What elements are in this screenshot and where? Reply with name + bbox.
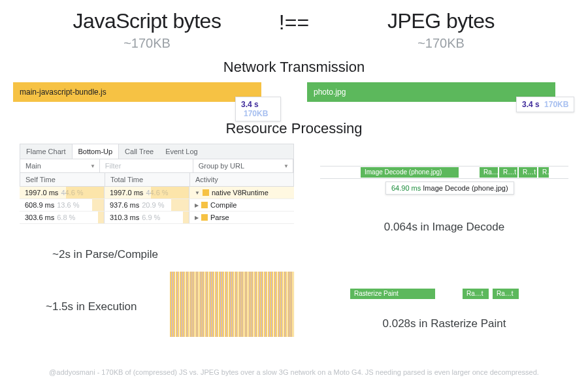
table-row[interactable]: 1997.0 ms44.6 %1997.0 ms44.6 %▼native V8… bbox=[20, 187, 294, 199]
thread-select[interactable]: Main bbox=[20, 159, 100, 172]
tab-bottom-up[interactable]: Bottom-Up bbox=[72, 144, 120, 159]
decode-chip-small-2: R…t bbox=[499, 167, 517, 178]
processing-section-title: Resource Processing bbox=[0, 120, 588, 137]
total-time-cell: 310.3 ms6.9 % bbox=[105, 212, 189, 223]
col-self-time[interactable]: Self Time bbox=[20, 173, 105, 186]
jpeg-size: ~170KB bbox=[317, 36, 565, 51]
table-headers: Self Time Total Time Activity bbox=[20, 173, 294, 187]
decode-tooltip: 64.90 ms Image Decode (phone.jpg) bbox=[385, 182, 514, 195]
devtools-controls: Main Filter Group by URL bbox=[20, 159, 294, 173]
bottom-row-1: ~2s in Parse/Compile bbox=[0, 236, 588, 261]
js-network-bar-wrap: main-javascript-bundle.js 3.4 s 170KB bbox=[13, 82, 281, 102]
self-time-cell: 608.9 ms13.6 % bbox=[20, 199, 105, 211]
table-row[interactable]: 608.9 ms13.6 %937.6 ms20.9 %▶Compile bbox=[20, 199, 294, 212]
activity-cell: ▶Compile bbox=[189, 199, 294, 211]
js-column-header: JavaScript bytes ~170KB bbox=[23, 9, 271, 51]
js-size: ~170KB bbox=[23, 36, 271, 51]
network-bars: main-javascript-bundle.js 3.4 s 170KB ph… bbox=[0, 82, 588, 102]
raster-chip-small-2: Ra…t bbox=[493, 289, 519, 299]
js-title: JavaScript bytes bbox=[23, 9, 271, 33]
tab-event-log[interactable]: Event Log bbox=[159, 144, 204, 159]
col-activity[interactable]: Activity bbox=[190, 173, 293, 186]
raster-summary: 0.028s in Rasterize Paint bbox=[320, 317, 568, 330]
category-color-icon bbox=[201, 214, 208, 221]
self-time-cell: 303.6 ms6.8 % bbox=[20, 212, 105, 223]
js-network-bar: main-javascript-bundle.js bbox=[13, 82, 261, 102]
expand-icon[interactable]: ▶ bbox=[195, 215, 199, 221]
footer-caption: @addyosmani - 170KB of (compressed) JS v… bbox=[0, 368, 588, 376]
raster-chip: Rasterize Paint bbox=[350, 289, 435, 299]
bottom-row-2: ~1.5s in Execution Rasterize Paint Ra…t … bbox=[0, 265, 588, 337]
total-time-cell: 1997.0 ms44.6 % bbox=[105, 187, 189, 198]
js-filename: main-javascript-bundle.js bbox=[20, 87, 106, 97]
network-section-title: Network Transmission bbox=[0, 59, 588, 76]
devtools-bottomup-panel: Flame Chart Bottom-Up Call Tree Event Lo… bbox=[20, 144, 294, 234]
decode-summary: 0.064s in Image Decode bbox=[320, 221, 568, 234]
self-time-cell: 1997.0 ms44.6 % bbox=[20, 187, 105, 198]
activity-cell: ▼native V8Runtime bbox=[189, 187, 294, 198]
expand-icon[interactable]: ▶ bbox=[195, 202, 199, 208]
not-equal-operator: !== bbox=[271, 9, 317, 51]
decode-chip-small-3: R…t bbox=[519, 167, 537, 178]
js-timing-badge: 3.4 s 170KB bbox=[235, 97, 281, 121]
decode-chip-small-1: Ra…t bbox=[480, 167, 498, 178]
decode-tooltip-wrap: 64.90 ms Image Decode (phone.jpg) bbox=[320, 179, 568, 195]
jpeg-timing-badge: 3.4 s 170KB bbox=[516, 97, 574, 112]
jpeg-network-bar-wrap: photo.jpg 3.4 s 170KB bbox=[307, 82, 575, 102]
tab-call-tree[interactable]: Call Tree bbox=[119, 144, 159, 159]
table-row[interactable]: 303.6 ms6.8 %310.3 ms6.9 %▶Parse bbox=[20, 212, 294, 224]
jpeg-column-header: JPEG bytes ~170KB bbox=[317, 9, 565, 51]
group-select[interactable]: Group by URL bbox=[193, 159, 293, 172]
decode-chip-small-4: R… bbox=[538, 167, 549, 178]
flame-chart-thumbnail bbox=[170, 272, 294, 337]
table-rows: 1997.0 ms44.6 %1997.0 ms44.6 %▼native V8… bbox=[20, 187, 294, 224]
parse-compile-summary: ~2s in Parse/Compile bbox=[20, 248, 294, 261]
decode-chip: Image Decode (phone.jpg) bbox=[361, 167, 459, 178]
tab-flame-chart[interactable]: Flame Chart bbox=[20, 144, 72, 159]
category-color-icon bbox=[203, 189, 209, 196]
jpeg-filename: photo.jpg bbox=[314, 87, 346, 97]
activity-cell: ▶Parse bbox=[189, 212, 294, 223]
image-decode-panel: Image Decode (phone.jpg) Ra…t R…t R…t R…… bbox=[320, 144, 568, 234]
processing-row: Flame Chart Bottom-Up Call Tree Event Lo… bbox=[0, 144, 588, 234]
raster-chip-small-1: Ra…t bbox=[463, 289, 489, 299]
execution-summary: ~1.5s in Execution bbox=[20, 300, 170, 313]
category-color-icon bbox=[201, 202, 208, 208]
raster-track: Rasterize Paint Ra…t Ra…t bbox=[320, 289, 568, 299]
col-total-time[interactable]: Total Time bbox=[105, 173, 190, 186]
filter-input[interactable]: Filter bbox=[100, 159, 193, 172]
expand-icon[interactable]: ▼ bbox=[195, 190, 200, 196]
total-time-cell: 937.6 ms20.9 % bbox=[105, 199, 189, 211]
jpeg-title: JPEG bytes bbox=[317, 9, 565, 33]
devtools-tabs: Flame Chart Bottom-Up Call Tree Event Lo… bbox=[20, 144, 294, 159]
header: JavaScript bytes ~170KB !== JPEG bytes ~… bbox=[0, 0, 588, 51]
decode-track: Image Decode (phone.jpg) Ra…t R…t R…t R… bbox=[320, 166, 568, 179]
